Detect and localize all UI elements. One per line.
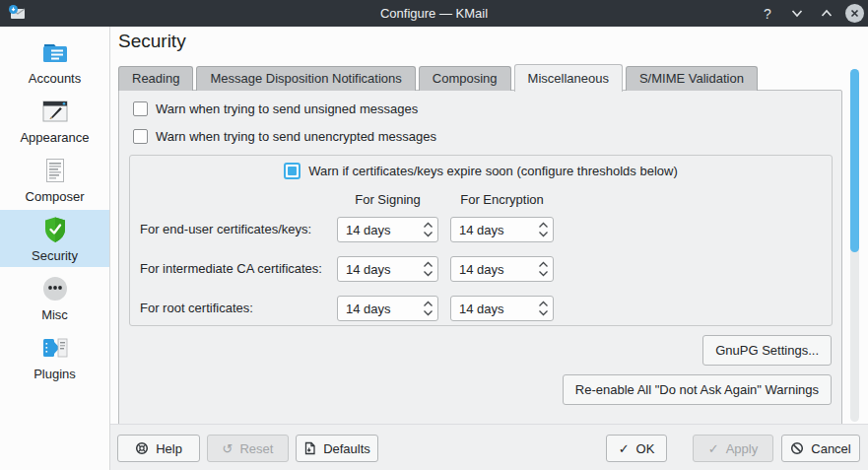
- sidebar-item-accounts[interactable]: Accounts: [0, 33, 109, 90]
- minimize-button[interactable]: [786, 3, 808, 25]
- ok-button[interactable]: ✓ OK: [606, 435, 667, 462]
- ok-label: OK: [636, 441, 655, 456]
- reenable-warnings-label: Re-enable All "Do not Ask Again" Warning…: [575, 382, 819, 397]
- misc-ellipsis-icon: [39, 273, 71, 304]
- titlebar-help-button[interactable]: ?: [757, 3, 778, 25]
- vertical-scrollbar-thumb[interactable]: [850, 69, 859, 252]
- tab-smime-validation[interactable]: S/MIME Validation: [626, 66, 758, 91]
- configure-kmail-window: Configure — KMail ? Accounts: [0, 0, 868, 470]
- defaults-button[interactable]: Defaults: [296, 435, 378, 462]
- end-user-signing-spinbox[interactable]: 14 days: [337, 217, 438, 242]
- certificate-expiry-groupbox: Warn if certificates/keys expire soon (c…: [129, 155, 833, 326]
- sidebar-item-label: Plugins: [33, 367, 76, 381]
- help-lifebuoy-icon: [135, 441, 149, 455]
- cancel-button[interactable]: Cancel: [781, 435, 860, 462]
- expiry-warning-label: Warn if certificates/keys expire soon (c…: [308, 164, 678, 178]
- sidebar-item-label: Accounts: [29, 71, 81, 86]
- spinbox-value: 14 days: [338, 302, 418, 316]
- spinner-up-down-icon: [538, 221, 549, 238]
- cancel-label: Cancel: [811, 441, 850, 456]
- intermediate-ca-certs-label: For intermediate CA certificates:: [140, 256, 322, 282]
- spinbox-arrows[interactable]: [418, 257, 437, 281]
- close-icon: [849, 8, 860, 19]
- vertical-scrollbar-track[interactable]: [850, 69, 859, 422]
- chevron-down-icon: [791, 9, 803, 18]
- spinbox-arrows[interactable]: [418, 218, 437, 241]
- spinbox-arrows[interactable]: [418, 297, 437, 320]
- sidebar-item-plugins[interactable]: Plugins: [0, 328, 109, 385]
- ok-check-icon: ✓: [619, 442, 630, 455]
- root-encryption-spinbox[interactable]: 14 days: [450, 296, 554, 321]
- reset-button[interactable]: ↺ Reset: [207, 435, 289, 462]
- cancel-icon: [790, 441, 804, 455]
- spinner-up-down-icon: [423, 260, 434, 278]
- chevron-up-icon: [821, 9, 833, 18]
- spinner-up-down-icon: [538, 300, 549, 317]
- warn-unsigned-row: Warn when trying to send unsigned messag…: [133, 101, 418, 116]
- column-header-encryption: For Encryption: [450, 192, 554, 207]
- reenable-warnings-button[interactable]: Re-enable All "Do not Ask Again" Warning…: [563, 374, 832, 405]
- main-area: Security Reading Message Disposition Not…: [110, 27, 868, 470]
- sidebar-item-label: Appearance: [20, 130, 89, 145]
- gnupg-settings-label: GnuPG Settings...: [715, 343, 819, 358]
- tab-message-disposition-notifications[interactable]: Message Disposition Notifications: [196, 66, 415, 91]
- tab-miscellaneous[interactable]: Miscellaneous: [514, 64, 623, 92]
- tab-reading[interactable]: Reading: [118, 66, 193, 91]
- reset-label: Reset: [239, 441, 273, 456]
- warn-unencrypted-checkbox[interactable]: [133, 129, 148, 144]
- help-button[interactable]: Help: [117, 435, 200, 462]
- apply-button[interactable]: ✓ Apply: [693, 435, 773, 462]
- spinbox-arrows[interactable]: [533, 257, 553, 281]
- spinbox-value: 14 days: [338, 262, 418, 277]
- dialog-button-bar: Help ↺ Reset Defaults ✓ OK ✓ Apply: [110, 424, 868, 470]
- security-shield-icon: [39, 214, 71, 245]
- gnupg-settings-button[interactable]: GnuPG Settings...: [702, 335, 832, 366]
- window-title: Configure — KMail: [0, 0, 868, 27]
- spinbox-arrows[interactable]: [533, 218, 553, 241]
- sidebar-item-label: Misc: [41, 307, 68, 322]
- sidebar-item-misc[interactable]: Misc: [0, 269, 109, 326]
- spinbox-arrows[interactable]: [533, 297, 553, 320]
- column-header-signing: For Signing: [337, 192, 438, 207]
- spinbox-value: 14 days: [451, 302, 533, 316]
- composer-document-icon: [39, 155, 71, 186]
- tab-composing[interactable]: Composing: [419, 66, 511, 91]
- maximize-button[interactable]: [816, 3, 837, 25]
- kmail-app-icon: [7, 3, 27, 23]
- reset-icon: ↺: [223, 442, 234, 455]
- root-certs-label: For root certificates:: [140, 296, 253, 321]
- end-user-certs-label: For end-user certificates/keys:: [140, 217, 311, 242]
- warn-unsigned-checkbox[interactable]: [133, 101, 148, 116]
- spinbox-value: 14 days: [451, 223, 533, 237]
- sidebar-item-label: Security: [32, 248, 78, 263]
- spinner-up-down-icon: [538, 260, 549, 278]
- sidebar-item-label: Composer: [26, 189, 85, 204]
- appearance-window-pen-icon: [39, 96, 71, 127]
- titlebar[interactable]: Configure — KMail ?: [0, 0, 868, 27]
- spinner-up-down-icon: [423, 221, 434, 238]
- spinbox-value: 14 days: [451, 262, 533, 277]
- defaults-document-icon: [303, 441, 316, 455]
- apply-label: Apply: [726, 441, 759, 456]
- intermediate-ca-signing-spinbox[interactable]: 14 days: [337, 256, 438, 282]
- sidebar-item-appearance[interactable]: Appearance: [0, 92, 109, 149]
- warn-unencrypted-row: Warn when trying to send unencrypted mes…: [133, 129, 436, 144]
- help-label: Help: [156, 441, 182, 456]
- warn-unencrypted-label: Warn when trying to send unencrypted mes…: [156, 129, 436, 144]
- warn-unsigned-label: Warn when trying to send unsigned messag…: [156, 101, 418, 116]
- end-user-encryption-spinbox[interactable]: 14 days: [450, 217, 554, 242]
- tab-bar: Reading Message Disposition Notification…: [118, 64, 761, 91]
- sidebar-item-security[interactable]: Security: [0, 210, 109, 267]
- sidebar-item-composer[interactable]: Composer: [0, 151, 109, 208]
- defaults-label: Defaults: [323, 441, 370, 456]
- accounts-folder-icon: [39, 36, 71, 68]
- page-title: Security: [118, 31, 186, 52]
- close-button[interactable]: [845, 4, 864, 23]
- expiry-warning-checkbox[interactable]: [284, 163, 300, 179]
- miscellaneous-tab-panel: Warn when trying to send unsigned messag…: [118, 90, 842, 449]
- category-sidebar: Accounts Appearance Composer: [0, 27, 110, 470]
- spinner-up-down-icon: [423, 300, 434, 317]
- intermediate-ca-encryption-spinbox[interactable]: 14 days: [450, 256, 554, 282]
- plugins-icon: [39, 332, 71, 364]
- root-signing-spinbox[interactable]: 14 days: [337, 296, 438, 321]
